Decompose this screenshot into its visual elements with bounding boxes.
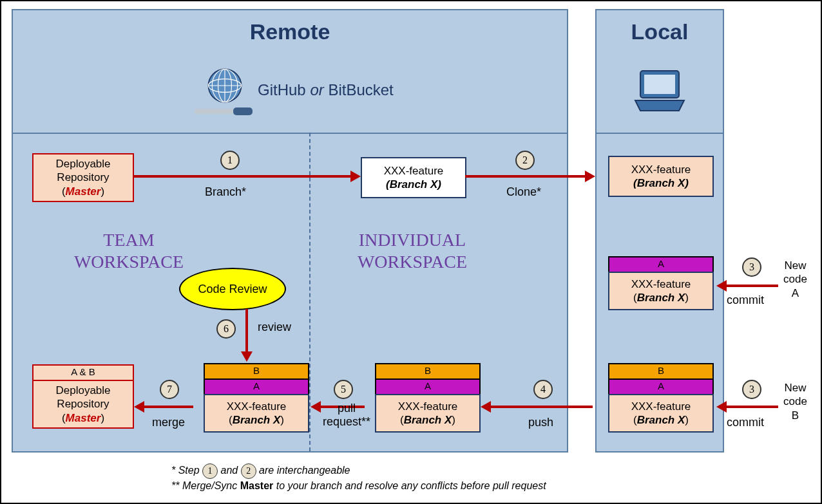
local-stack-a2: A	[608, 378, 714, 395]
step-2: 2	[515, 151, 535, 170]
local-body: XXX-feature (Branch X) A XXX-feature (Br…	[597, 133, 723, 451]
individual-workspace-label: INDIVIDUAL WORKSPACE	[329, 229, 496, 272]
arrow-clone	[465, 175, 585, 178]
remote-header: Remote GitHub or BitBucket	[13, 10, 567, 134]
review-label: review	[258, 321, 291, 334]
deployable-repo-master-box: Deployable Repository (Master)	[32, 153, 134, 202]
local-feature-box-1: XXX-feature (Branch X)	[608, 156, 714, 197]
arrow-merge-head	[134, 401, 144, 413]
arrow-push-head	[481, 401, 491, 413]
svg-rect-6	[195, 109, 233, 114]
new-code-b: New code B	[783, 381, 807, 422]
team-stack-a: A	[204, 378, 309, 395]
commit-b-label: commit	[727, 416, 764, 429]
local-stack-a: A	[608, 256, 714, 273]
subtitle-pre: GitHub	[258, 81, 310, 98]
deployable-repo-master-box-2: Deployable Repository (Master)	[32, 380, 134, 429]
local-header: Local	[597, 10, 723, 134]
step-6: 6	[216, 319, 236, 339]
local-feature-box-3: XXX-feature (Branch X)	[608, 394, 714, 433]
arrow-branch-head	[350, 171, 361, 182]
arrow-commit-a-head	[716, 280, 727, 292]
step-5: 5	[334, 380, 353, 399]
step-1: 1	[220, 151, 240, 170]
svg-rect-9	[644, 75, 675, 94]
indiv-feature-box: XXX-feature (Branch X)	[375, 394, 481, 433]
arrow-commit-b-head	[716, 401, 727, 413]
branch-label: Branch*	[205, 185, 246, 199]
new-code-a: New code A	[783, 259, 807, 300]
arrow-pull-request-head	[311, 401, 321, 413]
arrow-merge	[144, 406, 193, 408]
globe-icon	[206, 67, 244, 104]
team-stack-b: B	[204, 363, 309, 380]
a-and-b-header: A & B	[32, 364, 134, 381]
local-feature-box-2: XXX-feature (Branch X)	[608, 272, 714, 310]
step-4: 4	[533, 380, 553, 399]
subtitle-or: or	[310, 81, 323, 98]
local-title: Local	[597, 19, 723, 44]
push-label: push	[528, 416, 553, 429]
indiv-stack-a: A	[375, 378, 481, 395]
tool-icon	[195, 107, 255, 116]
step-3a: 3	[742, 257, 761, 277]
clone-label: Clone*	[506, 185, 541, 199]
arrow-commit-a	[727, 285, 778, 287]
diagram-canvas: Maker: Suo Tan Date: May. 9, 2017 Remote…	[0, 0, 822, 504]
step-7: 7	[160, 380, 179, 399]
commit-a-label: commit	[727, 294, 764, 307]
local-stack-b: B	[608, 363, 714, 380]
remote-feature-branch-box: XXX-feature (Branch X)	[361, 157, 466, 198]
subtitle-post: BitBucket	[324, 81, 394, 98]
footnote-1: * Step 1 and 2 are interchangeable	[171, 463, 350, 479]
remote-panel: Remote GitHub or BitBucket T	[12, 9, 568, 453]
arrow-clone-head	[585, 171, 595, 182]
team-feature-box: XXX-feature (Branch X)	[204, 394, 309, 433]
remote-subtitle: GitHub or BitBucket	[258, 81, 394, 99]
arrow-branch	[134, 175, 350, 178]
arrow-review-head	[241, 351, 253, 362]
svg-rect-7	[233, 107, 253, 115]
arrow-review	[245, 309, 248, 351]
footnote-2: ** Merge/Sync Master to your branch and …	[171, 480, 546, 492]
laptop-icon	[633, 70, 687, 115]
local-panel: Local XXX-feature (Branch X) A XXX-featu…	[595, 9, 724, 453]
remote-title: Remote	[13, 19, 567, 44]
step-3b: 3	[742, 380, 761, 399]
arrow-commit-b	[727, 406, 778, 408]
arrow-push	[491, 406, 593, 408]
code-review-ellipse: Code Review	[179, 268, 286, 310]
merge-label: merge	[152, 416, 185, 429]
pull-request-label: pull request**	[321, 402, 372, 429]
indiv-stack-b: B	[375, 363, 481, 380]
team-workspace-label: TEAM WORKSPACE	[58, 229, 200, 272]
